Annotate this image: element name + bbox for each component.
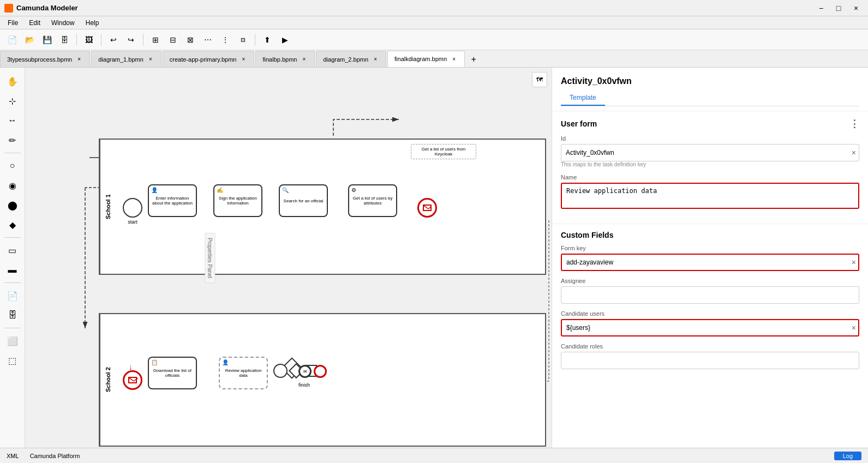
menu-edit[interactable]: Edit xyxy=(23,18,46,28)
end-event-message[interactable] xyxy=(417,198,437,218)
pp-id-field: Id × This maps to the task definition ke… xyxy=(561,135,859,167)
save-button[interactable]: 💾 xyxy=(39,32,55,47)
tab-label: create-app-primary.bpmn xyxy=(170,56,237,63)
tab-diagram1[interactable]: diagram_1.bpmn × xyxy=(91,51,161,67)
pp-form-key-clear[interactable]: × xyxy=(852,258,856,267)
window-controls: − □ × xyxy=(813,2,864,14)
menu-help[interactable]: Help xyxy=(80,18,105,28)
tab-create-app[interactable]: create-app-primary.bpmn × xyxy=(163,51,255,67)
open-button[interactable]: 📂 xyxy=(22,32,37,47)
minimap-toggle[interactable]: 🗺 xyxy=(532,72,547,87)
align-button[interactable]: ⊞ xyxy=(148,32,163,47)
main-toolbar: 📄 📂 💾 🗄 🖼 ↩ ↪ ⊞ ⊟ ⊠ ⋯ ⋮ ⧈ ⬆ ▶ xyxy=(0,29,868,50)
menu-bar: File Edit Window Help xyxy=(0,16,868,29)
sep4 xyxy=(255,34,255,46)
pp-title: Activity_0x0vfwn xyxy=(561,76,859,86)
left-toolbar: ✋ ⊹ ↔ ✏ ○ ◉ ⬤ ◆ ▭ ▬ 📄 🗄 ⬜ ⬚ xyxy=(0,68,25,448)
minimize-button[interactable]: − xyxy=(813,2,829,14)
pp-menu-icon[interactable]: ⋮ xyxy=(849,118,859,130)
upload-button[interactable]: ⬆ xyxy=(260,32,275,47)
frame-tool[interactable]: ⬜ xyxy=(3,332,22,350)
svg-line-15 xyxy=(424,206,428,209)
task-search-official[interactable]: 🔍 Search for an official xyxy=(279,184,328,217)
svg-line-16 xyxy=(428,206,430,209)
new-button[interactable]: 📄 xyxy=(4,32,20,47)
task-download-officials[interactable]: 📋 Download the list of officials xyxy=(148,357,197,389)
lasso-tool[interactable]: ⊹ xyxy=(3,92,22,110)
image-button[interactable]: 🖼 xyxy=(81,32,97,47)
pp-assignee-label: Assignee xyxy=(561,278,859,284)
tab-finalkdiagram[interactable]: finalkdiagram.bpmn × xyxy=(387,51,465,67)
saveas-button[interactable]: 🗄 xyxy=(57,32,72,47)
pp-assignee-input[interactable] xyxy=(561,286,859,304)
pp-assignee-field: Assignee xyxy=(561,278,859,304)
diamond-tool[interactable]: ◆ xyxy=(3,215,22,234)
align2-button[interactable]: ⊟ xyxy=(165,32,181,47)
tab-finalbp[interactable]: finalbp.bpmn × xyxy=(255,51,315,67)
log-button[interactable]: Log xyxy=(834,452,861,460)
menu-file[interactable]: File xyxy=(2,18,23,28)
pp-id-input[interactable] xyxy=(561,144,859,161)
task-review-app[interactable]: 👤 Review application data xyxy=(219,357,268,389)
properties-panel-tab[interactable]: Properties Panel xyxy=(205,233,215,283)
lt-sep3 xyxy=(4,282,21,283)
connect-tool[interactable]: ↔ xyxy=(3,111,22,130)
tab-close-2[interactable]: × xyxy=(240,56,247,63)
tab-add-button[interactable]: + xyxy=(466,52,481,67)
pp-name-input[interactable] xyxy=(561,183,859,209)
pp-id-clear[interactable]: × xyxy=(852,148,856,157)
title-bar: Camunda Modeler − □ × xyxy=(0,0,868,16)
menu-window[interactable]: Window xyxy=(46,18,80,28)
task-get-users[interactable]: ⚙ Get a list of users by attributes xyxy=(348,184,397,217)
tab-diagram2[interactable]: diagram_2.bpmn × xyxy=(316,51,386,67)
distrib3-button[interactable]: ⧈ xyxy=(235,32,250,47)
pp-form-key-label: Form key xyxy=(561,245,859,251)
close-button[interactable]: × xyxy=(848,2,864,14)
distrib1-button[interactable]: ⋯ xyxy=(200,32,215,47)
lt-sep2 xyxy=(4,237,21,238)
pp-user-form-section: User form ⋮ Id × This maps to the task d… xyxy=(552,111,868,224)
task-label: Download the list of officials xyxy=(151,368,194,378)
circle-bold-tool[interactable]: ◉ xyxy=(3,176,22,195)
play-button[interactable]: ▶ xyxy=(277,32,292,47)
dotframe-tool[interactable]: ⬚ xyxy=(3,351,22,370)
hand-tool[interactable]: ✋ xyxy=(3,72,22,91)
tab-3typessubprocess[interactable]: 3typessubprocess.bpmn × xyxy=(0,51,90,67)
doc-tool[interactable]: 📄 xyxy=(3,286,22,305)
pencil-tool[interactable]: ✏ xyxy=(3,131,22,149)
redo-button[interactable]: ↪ xyxy=(123,32,139,47)
task-enter-info[interactable]: 👤 Enter information about the applicatio… xyxy=(148,184,197,217)
pp-candidate-users-clear[interactable]: × xyxy=(852,323,856,332)
maximize-button[interactable]: □ xyxy=(831,2,846,14)
tab-close-5[interactable]: × xyxy=(450,55,458,63)
undo-button[interactable]: ↩ xyxy=(106,32,121,47)
rect-tool[interactable]: ▭ xyxy=(3,241,22,260)
tab-close-3[interactable]: × xyxy=(300,56,308,63)
task-icon-user: 👤 xyxy=(151,187,158,193)
pp-candidate-roles-input[interactable] xyxy=(561,352,859,369)
tab-close-0[interactable]: × xyxy=(75,56,83,63)
align3-button[interactable]: ⊠ xyxy=(183,32,198,47)
sep1 xyxy=(76,34,77,46)
distrib2-button[interactable]: ⋮ xyxy=(218,32,233,47)
pp-tab-template[interactable]: Template xyxy=(561,91,605,106)
canvas-area[interactable]: 🗺 xyxy=(25,68,552,448)
task-label: Search for an official xyxy=(284,199,324,203)
task-label: Get a list of users by attributes xyxy=(351,196,394,206)
sep3 xyxy=(143,34,143,46)
tab-close-1[interactable]: × xyxy=(147,56,154,63)
start-event[interactable]: start xyxy=(123,198,142,225)
pp-candidate-users-input[interactable] xyxy=(561,319,859,336)
task-sign-app[interactable]: ✍ Sign the application information xyxy=(213,184,262,217)
rect2-tool[interactable]: ▬ xyxy=(3,261,22,279)
pp-form-key-input[interactable] xyxy=(561,254,859,271)
circle-tool[interactable]: ○ xyxy=(3,157,22,175)
lt-sep1 xyxy=(4,153,21,153)
status-xml[interactable]: XML xyxy=(7,453,19,459)
msg-start-event[interactable]: ↓ xyxy=(123,370,142,390)
db-tool[interactable]: 🗄 xyxy=(3,306,22,324)
pool-school1: School 1 start 👤 Enter information about… xyxy=(99,139,546,275)
callout-keycloak: Get a list of users from Keycloak xyxy=(411,144,476,159)
tab-close-4[interactable]: × xyxy=(372,56,379,63)
circle-fill-tool[interactable]: ⬤ xyxy=(3,196,22,214)
